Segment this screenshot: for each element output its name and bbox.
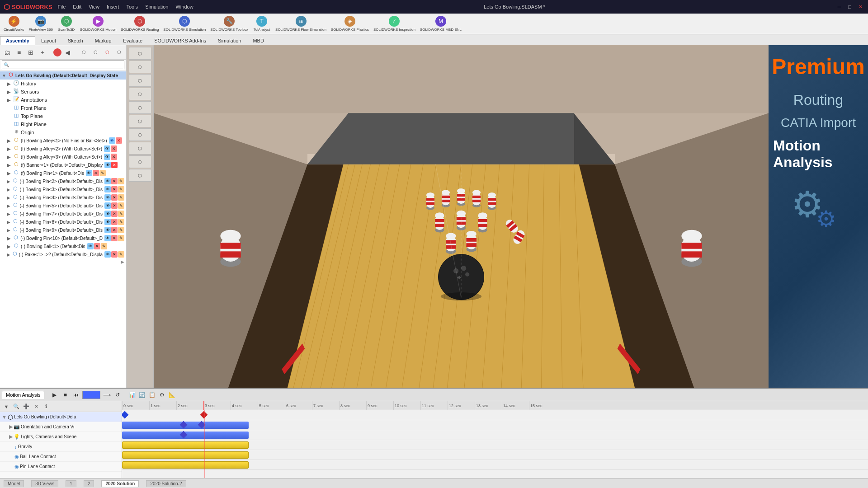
tl-item-gravity[interactable]: ↓ Gravity [0,442,122,452]
motion-tool-5[interactable]: 📐 [167,390,176,399]
tree-btn-settings[interactable]: + [37,47,48,58]
keyframe-start[interactable] [122,411,128,419]
pin1-hide[interactable]: ✕ [93,170,99,176]
sec-btn-10[interactable]: ⬡ [129,169,151,182]
time-input[interactable]: 3.00 [82,391,100,399]
tree-btn-color[interactable] [53,48,61,56]
tree-item-pin10[interactable]: ▶ ⬡ (-) Bowling Pin<10> (Default<Default… [0,234,126,242]
view-menu[interactable]: View [89,4,99,9]
sec-btn-2[interactable]: ⬡ [129,61,151,73]
sw-inspection-btn[interactable]: ✓ SOLIDWORKS Inspection [372,15,417,33]
sec-btn-7[interactable]: ⬡ [129,128,151,141]
item3-hide-btn[interactable]: ✕ [111,154,117,160]
tab-1[interactable]: 1 [66,480,76,487]
sw-toolbox-btn[interactable]: 🔧 SOLIDWORKS Toolbox [208,15,250,33]
tree-btn-c[interactable]: ⬡ [102,47,113,58]
item4-show-btn[interactable]: 👁 [104,162,111,168]
tree-item-pin2[interactable]: ▶ ⬡ (-) Bowling Pin<2> (Default<Default>… [0,177,126,185]
tolanalyst-btn[interactable]: T TolAnalyst [251,15,273,33]
sw-routing-btn[interactable]: ⬡ SOLIDWORKS Routing [119,15,160,33]
pin2-edit[interactable]: ✎ [118,178,124,184]
tree-item-bowling-alley3[interactable]: ▶ ⬡ (f) Bowling Alley<3> (With Gutters<S… [0,153,126,161]
minimize-button[interactable]: ─ [836,4,843,9]
motion-tool-3[interactable]: 📋 [147,390,156,399]
tree-item-pin7[interactable]: ▶ ⬡ (-) Bowling Pin<7> (Default<Default>… [0,210,126,218]
sw-motion-btn[interactable]: ▶ SOLIDWORKS Motion [78,15,118,33]
model-tab[interactable]: Model [4,480,24,487]
maximize-button[interactable]: □ [846,4,853,9]
play-button[interactable]: ▶ [50,390,59,399]
tree-btn-d[interactable]: ⬡ [113,47,124,58]
sw-flow-btn[interactable]: ≋ SOLIDWORKS Flow Simulation [274,15,328,33]
stop-button[interactable]: ■ [61,390,70,399]
loop-button[interactable]: ↺ [113,390,122,399]
sec-btn-1[interactable]: ⬡ [129,47,151,60]
tree-btn-list[interactable]: ≡ [14,47,24,58]
tree-item-bowling-alley2[interactable]: ▶ ⬡ (f) Bowling Alley<2> (With Gutters<S… [0,145,126,153]
motion-tool-4[interactable]: ⚙ [157,390,166,399]
tl-btn-properties[interactable]: ℹ [42,402,51,411]
tree-btn-folder[interactable]: 🗂 [2,47,13,58]
3d-views-tab[interactable]: 3D Views [31,480,58,487]
ball-contact-track[interactable] [122,451,249,459]
tab-sketch[interactable]: Sketch [62,36,89,45]
tab-mbd[interactable]: MBD [247,36,269,45]
item-show-btn[interactable]: 👁 [109,137,115,144]
motion-tool-2[interactable]: 🔄 [137,390,146,399]
tree-item-front-plane[interactable]: ◫ Front Plane [0,104,126,112]
tree-item-pin5[interactable]: ▶ ⬡ (-) Bowling Pin<5> (Default<Default>… [0,202,126,210]
sw-plastics-btn[interactable]: ◈ SOLIDWORKS Plastics [329,15,371,33]
edit-menu[interactable]: Edit [73,4,81,9]
tl-item-camera[interactable]: ▶ 📷 Orientation and Camera Vi [0,422,122,432]
tree-item-top-plane[interactable]: ◫ Top Plane [0,112,126,120]
window-menu[interactable]: Window [175,4,193,9]
item2-show-btn[interactable]: 👁 [104,145,110,152]
tree-item-pin9[interactable]: ▶ ⬡ (-) Bowling Pin<9> (Default<Default>… [0,226,126,234]
tree-filter-input[interactable] [2,61,124,69]
motion-tool-1[interactable]: 📊 [127,390,137,399]
item3-show-btn[interactable]: 👁 [104,154,110,160]
tab-simulation[interactable]: Simulation [212,36,247,45]
pin-contact-track[interactable] [122,461,249,469]
tab-assembly[interactable]: Assembly [0,36,35,45]
tl-item-pin-contact[interactable]: ◉ Pin-Lane Contact [0,462,122,472]
tree-scroll-right[interactable]: ▶ [0,258,126,265]
tree-item-pin4[interactable]: ▶ ⬡ (-) Bowling Pin<4> (Default<Default>… [0,193,126,202]
tl-btn-filter[interactable]: 🔍 [12,402,21,411]
tree-item-history[interactable]: ▶ 🕐 History [0,80,126,88]
pin2-show[interactable]: 👁 [104,178,111,184]
tree-item-origin[interactable]: ⊕ Origin [0,128,126,136]
tab-2[interactable]: 2 [84,480,94,487]
tree-btn-a[interactable]: ⬡ [78,47,89,58]
tools-menu[interactable]: Tools [126,4,138,9]
item-hide-btn[interactable]: ✕ [116,137,122,144]
sec-btn-6[interactable]: ⬡ [129,115,151,127]
tab-addins[interactable]: SOLIDWORKS Add-Ins [148,36,212,45]
sec-btn-4[interactable]: ⬡ [129,88,151,100]
close-button[interactable]: ✕ [857,4,864,10]
tl-btn-add[interactable]: ➕ [22,402,31,411]
tree-item-pin1[interactable]: ▶ ⬡ (f) Bowling Pin<1> (Default<Dis 👁 ✕ … [0,169,126,177]
tl-btn-delete[interactable]: ✕ [32,402,41,411]
tree-item-rake[interactable]: ▶ ⬡ (-) Rake<1> ->? (Default<Default>_Di… [0,250,126,258]
scanto3d-btn[interactable]: ⬡ ScanTo3D [56,15,77,33]
tree-item-pin3[interactable]: ▶ ⬡ (-) Bowling Pin<3> (Default<Default>… [0,185,126,193]
tl-item-root[interactable]: ▼ ⬡ Lets Go Bowling (Default<Defa [0,412,122,422]
tree-item-pin8[interactable]: ▶ ⬡ (-) Bowling Pin<8> (Default<Default>… [0,218,126,226]
circuitworks-btn[interactable]: ⚡ CircuitWorks [2,15,26,33]
tree-item-banner[interactable]: ▶ ⬡ (f) Banner<1> (Default<Default>_Disp… [0,161,126,169]
tab-evaluate[interactable]: Evaluate [117,36,148,45]
sw-simulation-btn[interactable]: ⬡ SOLIDWORKS Simulation [161,15,208,33]
file-menu[interactable]: File [58,4,66,9]
motion-analysis-tab[interactable]: Motion Analysis [2,391,44,399]
simulation-menu[interactable]: Simulation [145,4,168,9]
tree-item-right-plane[interactable]: ◫ Right Plane [0,120,126,128]
sec-btn-8[interactable]: ⬡ [129,142,151,155]
photoview-btn[interactable]: 📷 PhotoView 360 [27,15,55,33]
pin1-show[interactable]: 👁 [86,170,92,176]
keyframe-end[interactable] [200,411,208,419]
tree-btn-b[interactable]: ⬡ [90,47,101,58]
tl-item-ball-contact[interactable]: ◉ Ball-Lane Contact [0,452,122,462]
tab-layout[interactable]: Layout [35,36,62,45]
sec-btn-5[interactable]: ⬡ [129,101,151,114]
